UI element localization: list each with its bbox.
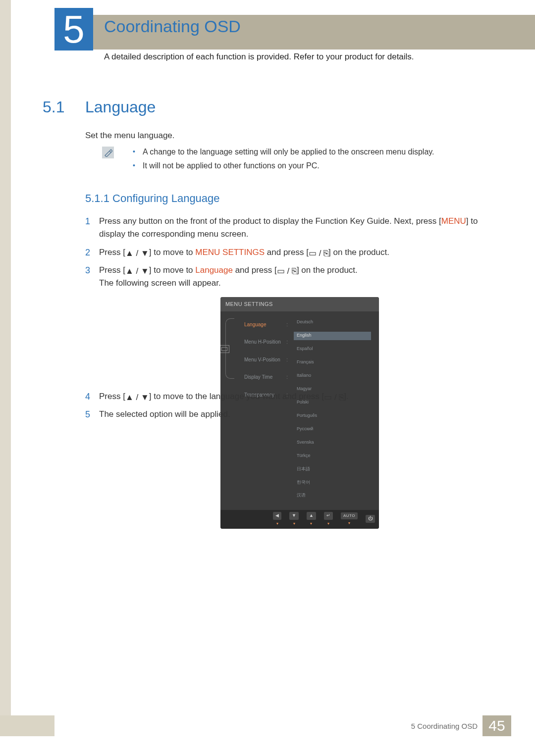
note-item: It will not be applied to other function… xyxy=(133,161,495,170)
step-2: 2 Press [▲ / ▼] to move to MENU SETTINGS… xyxy=(85,246,500,259)
chapter-title: Coordinating OSD xyxy=(104,17,241,36)
osd-language-option: Français xyxy=(294,358,371,367)
chapter-number-badge: 5 xyxy=(54,8,93,50)
step-text: ] on the product. xyxy=(328,248,389,257)
step-number: 3 xyxy=(85,264,90,278)
osd-menu-icon xyxy=(220,345,229,353)
step-number: 4 xyxy=(85,390,90,404)
osd-enter-button: ↵▾ xyxy=(324,512,333,527)
step-text: Press any button on the front of the pro… xyxy=(99,216,441,226)
section-title: Language xyxy=(85,98,156,116)
chapter-intro: A detailed description of each function … xyxy=(104,52,414,62)
enter-icon: ▭ / ⎘ xyxy=(309,249,328,258)
steps-list-1: 1 Press any button on the front of the p… xyxy=(85,215,500,534)
footer-page-number: 45 xyxy=(482,715,511,736)
osd-language-option: 汉语 xyxy=(294,492,371,500)
osd-language-option: 한국어 xyxy=(294,478,371,487)
footer-left-strip xyxy=(0,715,54,736)
up-down-icon: ▲ / ▼ xyxy=(125,249,149,258)
menu-keyword: MENU xyxy=(441,216,466,226)
note-list: A change to the language setting will on… xyxy=(133,148,495,175)
osd-up-button: ▲▾ xyxy=(307,512,316,527)
step-number: 2 xyxy=(85,246,90,260)
step-text: and press [ xyxy=(233,265,277,275)
note-item: A change to the language setting will on… xyxy=(133,148,495,156)
subsection-heading: 5.1.1 Configuring Language xyxy=(85,192,220,205)
osd-language-option: Русский xyxy=(294,425,371,433)
osd-language-option: Türkçe xyxy=(294,452,371,460)
left-margin-strip xyxy=(0,0,11,735)
step-text: ] to move to xyxy=(149,248,196,257)
step-text: and press [ xyxy=(265,248,309,257)
step-text: ] to move to xyxy=(149,265,196,275)
step-text: ]. xyxy=(344,392,348,401)
osd-language-option: 日本語 xyxy=(294,465,371,473)
up-down-icon: ▲ / ▼ xyxy=(125,393,149,402)
step-text: Press [ xyxy=(99,248,125,257)
osd-power-button: ⏻ xyxy=(366,515,375,524)
step-4: 4 Press [▲ / ▼] to move to the language … xyxy=(85,390,500,403)
step-1: 1 Press any button on the front of the p… xyxy=(85,215,500,241)
section-number: 5.1 xyxy=(43,98,64,116)
osd-left-item: Language: xyxy=(244,318,288,331)
osd-left-item: Menu H-Position: xyxy=(244,336,288,349)
step-5: 5 The selected option will be applied. xyxy=(85,408,500,421)
osd-language-option: Español xyxy=(294,345,371,353)
osd-language-option: Svenska xyxy=(294,438,371,447)
step-text: The following screen will appear. xyxy=(99,277,500,290)
steps-list-2: 4 Press [▲ / ▼] to move to the language … xyxy=(85,390,500,426)
menu-settings-keyword: MENU SETTINGS xyxy=(195,248,265,257)
step-text: Press [ xyxy=(99,265,125,275)
step-number: 5 xyxy=(85,408,90,422)
step-text: The selected option will be applied. xyxy=(99,409,230,419)
page-footer: 5 Coordinating OSD 45 xyxy=(0,715,535,736)
step-text: ] to move to the language you want and p… xyxy=(149,392,324,401)
footer-chapter-label: 5 Coordinating OSD xyxy=(411,722,478,730)
step-text: Press [ xyxy=(99,392,125,401)
osd-language-option: Italiano xyxy=(294,372,371,380)
osd-left-item: Menu V-Position: xyxy=(244,353,288,366)
osd-language-option: Deutsch xyxy=(294,318,371,327)
osd-back-button: ◀▾ xyxy=(273,512,281,527)
up-down-icon: ▲ / ▼ xyxy=(125,266,149,276)
osd-title: MENU SETTINGS xyxy=(220,297,379,311)
osd-auto-button: AUTO▾ xyxy=(341,512,358,527)
osd-left-item: Display Time: xyxy=(244,371,288,384)
section-intro: Set the menu language. xyxy=(85,131,175,141)
enter-icon: ▭ / ⎘ xyxy=(277,266,297,276)
step-number: 1 xyxy=(85,215,90,229)
osd-language-option: English xyxy=(294,332,371,340)
note-icon xyxy=(102,147,114,158)
language-keyword: Language xyxy=(195,265,233,275)
enter-icon: ▭ / ⎘ xyxy=(324,393,344,402)
step-text: ] on the product. xyxy=(297,265,358,275)
osd-button-bar: ◀▾ ▼▾ ▲▾ ↵▾ AUTO▾ ⏻ xyxy=(220,510,379,529)
osd-down-button: ▼▾ xyxy=(289,512,299,527)
